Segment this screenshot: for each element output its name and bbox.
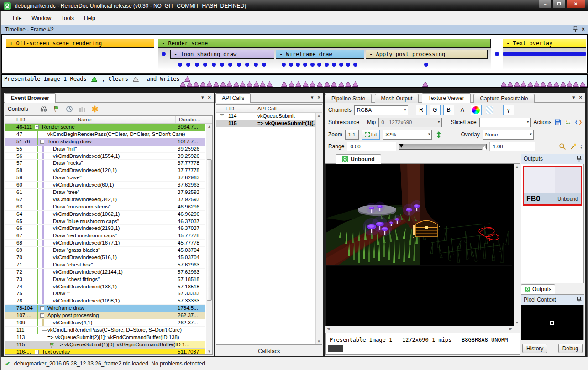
- event-row-46-111[interactable]: 46-111−Render scene3064.7...: [5, 124, 205, 131]
- outputs-header[interactable]: Outputs: [521, 154, 584, 164]
- draw-event-dot[interactable]: [237, 63, 241, 67]
- draw-event-dot[interactable]: [254, 63, 258, 67]
- controls-button[interactable]: Controls: [8, 106, 28, 112]
- texture-vertical-scrollbar[interactable]: ▲ ▼: [514, 164, 520, 326]
- event-row-70[interactable]: 70vkCmdDrawIndexed(516,1)45.03704: [5, 254, 205, 261]
- menu-item-help[interactable]: Help: [79, 13, 100, 23]
- event-row-76[interactable]: 76vkCmdDrawIndexed(1098,1)57.33333: [5, 297, 205, 305]
- image-write-marker[interactable]: [303, 81, 309, 87]
- draw-event-dot[interactable]: [296, 63, 300, 67]
- mip-select[interactable]: 0 - 1272x690: [378, 118, 441, 127]
- draw-event-dot[interactable]: [353, 63, 357, 67]
- event-row-74[interactable]: 74vkCmdDrawIndexed(138,1)57.18518: [5, 283, 205, 291]
- timeline-bar-render-scene[interactable]: - Render scene: [158, 39, 491, 48]
- expand-toggle[interactable]: +: [40, 306, 44, 310]
- zoom-percent-select[interactable]: 32%: [383, 130, 432, 140]
- image-write-marker[interactable]: [281, 81, 287, 87]
- channel-blue-button[interactable]: B: [443, 105, 454, 115]
- close-panel-icon[interactable]: ×: [318, 94, 320, 100]
- draw-event-dot[interactable]: [262, 63, 266, 67]
- event-row-75[interactable]: 75Draw ""57.33333: [5, 290, 205, 297]
- image-write-marker[interactable]: [289, 81, 294, 87]
- draw-event-dot[interactable]: [310, 63, 315, 67]
- event-row-115[interactable]: 115=> vkQueueSubmit(1)[0]: vkBeginComman…: [5, 341, 205, 349]
- event-row-109[interactable]: 109vkCmdDraw(4,1)262.37...: [5, 319, 205, 327]
- event-row-64[interactable]: 64vkCmdDrawIndexed(1062,1)46.96296: [5, 211, 205, 218]
- event-row-116-...[interactable]: 116-...+Text overlay511.7037: [5, 349, 205, 354]
- image-write-marker[interactable]: [226, 81, 232, 87]
- panel-menu-icon[interactable]: ▾: [311, 94, 314, 100]
- tab-event-browser[interactable]: Event Browser: [5, 93, 56, 103]
- image-write-marker[interactable]: [260, 81, 266, 87]
- image-write-marker[interactable]: [193, 81, 199, 87]
- api-table-header[interactable]: EID API Call: [216, 105, 322, 113]
- debug-button[interactable]: Debug: [558, 344, 583, 353]
- tab-pipeline-state[interactable]: Pipeline State: [325, 94, 372, 103]
- tab-mesh-output[interactable]: Mesh Output: [375, 94, 419, 103]
- timeline-bar-post-processing[interactable]: - Apply post processing: [366, 50, 488, 59]
- save-image-icon[interactable]: [564, 118, 572, 126]
- draw-event-dot[interactable]: [228, 63, 232, 67]
- event-table-header[interactable]: EID Name Duratio...: [5, 116, 212, 124]
- image-write-marker[interactable]: [514, 81, 520, 87]
- range-spinner[interactable]: ▴▾: [580, 144, 582, 149]
- menu-item-window[interactable]: Window: [26, 13, 56, 23]
- expand-toggle[interactable]: +: [220, 114, 224, 118]
- image-write-marker[interactable]: [200, 81, 206, 87]
- zoom-1to1-button[interactable]: 1:1: [345, 130, 359, 140]
- event-row-107-...[interactable]: 107-...−Apply post processing262.37...: [5, 312, 205, 319]
- event-row-58[interactable]: 58vkCmdDrawIndexed(120,1)37.77778: [5, 167, 205, 174]
- menu-item-file[interactable]: File: [8, 13, 26, 23]
- close-panel-icon[interactable]: ×: [208, 94, 211, 100]
- range-black-handle[interactable]: [399, 144, 404, 148]
- image-write-marker[interactable]: [352, 81, 358, 87]
- open-resource-icon[interactable]: [575, 118, 582, 126]
- collapse-toggle[interactable]: −: [35, 125, 39, 129]
- draw-event-dot[interactable]: [245, 63, 249, 67]
- range-white-handle[interactable]: [482, 146, 487, 150]
- draw-event-dot[interactable]: [325, 63, 329, 67]
- image-write-marker[interactable]: [553, 81, 559, 87]
- api-call-row-115[interactable]: 115=> vkQueueSubmit(1)[...: [216, 120, 315, 127]
- image-write-marker[interactable]: [567, 81, 572, 87]
- image-write-marker[interactable]: [310, 81, 315, 87]
- image-write-marker[interactable]: [507, 81, 513, 87]
- tab-outputs[interactable]: Outputs: [521, 284, 555, 294]
- pixel-context-view[interactable]: [521, 305, 584, 340]
- fb0-thumbnail[interactable]: FB0 Unbound: [523, 166, 582, 206]
- star-filter-icon[interactable]: [91, 105, 99, 113]
- image-write-marker[interactable]: [220, 81, 226, 87]
- draw-event-dot[interactable]: [195, 63, 199, 67]
- image-write-marker[interactable]: [345, 81, 351, 87]
- image-write-marker[interactable]: [586, 81, 588, 87]
- draw-event-dot[interactable]: [346, 63, 350, 67]
- draw-event-dot[interactable]: [495, 52, 499, 56]
- title-bar[interactable]: debugmarker.rdc - RenderDoc Unofficial r…: [0, 0, 588, 11]
- pin-icon[interactable]: [577, 297, 582, 303]
- timeline-bar-offscreen[interactable]: + Off-screen scene rendering: [6, 39, 154, 48]
- save-texture-icon[interactable]: [554, 118, 562, 126]
- channel-alpha-button[interactable]: A: [457, 105, 468, 115]
- text-overlay-draw-span[interactable]: [503, 52, 586, 56]
- event-row-113[interactable]: 113=> vkQueueSubmit(2)[1]: vkEndCommandB…: [5, 334, 205, 341]
- image-write-marker[interactable]: [547, 81, 553, 87]
- colorwheel-button[interactable]: [471, 105, 482, 115]
- image-write-marker[interactable]: [317, 81, 323, 87]
- overlay-select[interactable]: None: [483, 130, 534, 140]
- event-browser-scrollbar[interactable]: ▲ ▼: [206, 124, 212, 354]
- timeline-resource-usage-strip[interactable]: Presentable Image 1 Reads , Clears and W…: [1, 74, 588, 88]
- event-row-56[interactable]: 56vkCmdDrawIndexed(1554,1)39.25926: [5, 153, 205, 160]
- panel-menu-icon[interactable]: ▾: [572, 94, 575, 100]
- gamma-button[interactable]: γ: [503, 105, 514, 115]
- image-write-marker[interactable]: [324, 81, 330, 87]
- image-write-marker[interactable]: [338, 81, 344, 87]
- find-event-icon[interactable]: [40, 105, 48, 113]
- event-row-63[interactable]: 63Draw "mushroom stems"46.96296: [5, 203, 205, 211]
- event-row-72[interactable]: 72vkCmdDrawIndexed(12144,1)57.62963: [5, 269, 205, 276]
- event-row-62[interactable]: 62vkCmdDrawIndexed(342,1)37.92593: [5, 196, 205, 203]
- event-row-65[interactable]: 65Draw "blue mushroom caps"46.37037: [5, 218, 205, 225]
- event-row-67[interactable]: 67Draw "red mushroom caps"45.77778: [5, 232, 205, 240]
- event-row-47[interactable]: 47vkCmdBeginRenderPass(C=Clear, D=Clear,…: [5, 131, 205, 138]
- image-write-marker[interactable]: [573, 81, 579, 87]
- event-row-59[interactable]: 59Draw "cave"37.62963: [5, 174, 205, 182]
